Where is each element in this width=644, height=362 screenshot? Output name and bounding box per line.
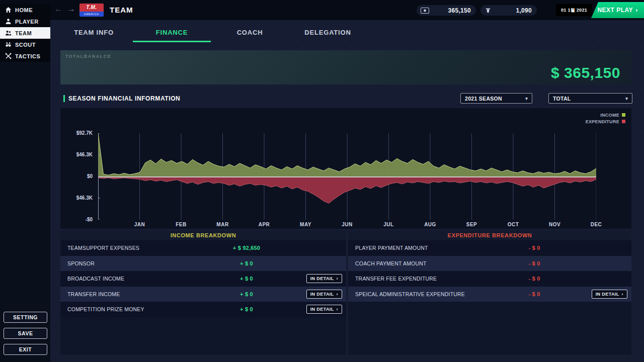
tab-bar: TEAM INFO FINANCE COACH DELEGATION (55, 24, 367, 42)
legend-expenditure-label: EXPENDITURE (586, 119, 619, 124)
x-axis-tick-label: MAR (208, 222, 238, 227)
row-value: + $ 0 (211, 260, 282, 266)
x-axis-tick-label: OCT (498, 222, 528, 227)
chevron-right-icon: › (337, 307, 338, 312)
legend-income: INCOME (586, 112, 625, 118)
row-label: TRANSFER FEE EXPENDITURE (355, 276, 437, 282)
sidebar-item-label: TEAM (15, 30, 32, 36)
home-icon (5, 7, 12, 13)
row-value: + $ 0 (211, 276, 282, 282)
row-value: + $ 0 (211, 306, 282, 312)
y-axis-tick-label: $0 (62, 173, 93, 179)
chart-legend: INCOME EXPENDITURE (586, 112, 625, 125)
chevron-down-icon: ▾ (525, 96, 528, 101)
legend-expenditure-swatch (622, 120, 625, 123)
sidebar-item-label: HOME (15, 7, 33, 13)
in-detail-label: IN DETAIL (310, 292, 334, 297)
money-value: 365,150 (448, 7, 471, 14)
table-row: TRANSFER INCOME + $ 0 IN DETAIL › (60, 287, 346, 302)
tab-coach[interactable]: COACH (211, 24, 289, 42)
sidebar-item-tactics[interactable]: TACTICS (0, 50, 50, 62)
in-detail-label: IN DETAIL (310, 307, 334, 312)
banknote-icon (421, 8, 429, 14)
game-logo: T.M. AMERICA (79, 4, 104, 17)
sidebar-item-home[interactable]: HOME (0, 4, 50, 16)
x-axis-tick-label: APR (249, 222, 279, 227)
content-area: TEAM INFO FINANCE COACH DELEGATION TOTAL… (50, 20, 644, 362)
row-label: SPEICAL ADMINISTRATIVE EXPENDITURE (355, 291, 465, 297)
table-row: TRANSFER FEE EXPENDITURE - $ 0 (348, 271, 631, 287)
row-value: - $ 0 (499, 245, 570, 251)
total-select[interactable]: TOTAL ▾ (548, 93, 632, 104)
row-label: BROADCAST INCOME (67, 276, 124, 282)
chevron-down-icon: ▾ (625, 96, 628, 101)
row-label: PLAYER PAYMENT AMOUNT (355, 245, 428, 251)
table-row: COACH PAYMENT AMOUNT - $ 0 (348, 256, 631, 272)
income-breakdown-title: INCOME BREAKDOWN (60, 230, 346, 240)
row-label: COACH PAYMENT AMOUNT (355, 260, 427, 266)
sidebar: HOME PLAYER TEAM SCOUT TACTICS (0, 4, 50, 62)
chart-y-axis-labels: $92.7K$46.3K$0$46.3K-$0 (62, 133, 95, 220)
tab-finance[interactable]: FINANCE (133, 24, 211, 42)
row-value: - $ 0 (499, 276, 570, 282)
forward-arrow-icon[interactable]: → (67, 5, 75, 14)
season-section-header: SEASON FINANCIAL INFORMATION 2021 SEASON… (60, 93, 631, 104)
season-select-value: 2021 SEASON (465, 96, 502, 102)
next-play-button[interactable]: NEXT PLAY › (591, 2, 644, 18)
gold-value: 1,090 (516, 7, 532, 14)
in-detail-label: IN DETAIL (596, 292, 619, 297)
row-label: TRANSFER INCOME (67, 291, 120, 297)
exit-button[interactable]: EXIT (4, 344, 47, 355)
in-detail-button[interactable]: IN DETAIL › (306, 290, 342, 299)
y-axis-tick-label: $46.3K (62, 152, 93, 157)
goat-currency-icon (485, 8, 492, 14)
sidebar-item-team[interactable]: TEAM (0, 27, 50, 39)
x-axis-tick-label: JAN (125, 222, 155, 227)
y-axis-tick-label: $92.7K (62, 130, 93, 136)
chevron-right-icon: › (622, 292, 623, 297)
row-value: - $ 0 (499, 291, 570, 297)
row-label: TEAMSUPPORT EXPENSES (67, 245, 139, 251)
date-text: 01 1월 2021 (561, 7, 587, 14)
accent-bar (63, 95, 65, 102)
next-play-label: NEXT PLAY (597, 7, 633, 14)
x-axis-tick-label: JUL (374, 222, 404, 227)
scout-binoculars-icon (5, 41, 12, 48)
x-axis-tick-label: SEP (457, 222, 487, 227)
sidebar-item-player[interactable]: PLAYER (0, 16, 50, 27)
save-button[interactable]: SAVE (4, 328, 47, 339)
x-axis-tick-label: FEB (166, 222, 196, 227)
y-axis-tick-label: $46.3K (62, 195, 93, 201)
legend-income-swatch (622, 113, 625, 117)
total-select-value: TOTAL (553, 96, 571, 102)
player-icon (5, 18, 12, 25)
tab-team-info[interactable]: TEAM INFO (55, 24, 133, 42)
row-label: SPONSOR (67, 260, 95, 266)
chart-x-axis-labels: JANFEBMARAPRMAYJUNJULAUGSEPOCTNOVDEC (98, 222, 631, 229)
total-balance-panel: TOTALBANALCE $ 365,150 (60, 50, 631, 84)
sidebar-item-label: SCOUT (15, 42, 36, 48)
money-counter: 365,150 (417, 5, 476, 16)
sidebar-item-scout[interactable]: SCOUT (0, 39, 50, 50)
x-axis-tick-label: DEC (581, 222, 611, 227)
in-detail-button[interactable]: IN DETAIL › (592, 290, 627, 299)
season-select[interactable]: 2021 SEASON ▾ (460, 93, 532, 104)
in-detail-button[interactable]: IN DETAIL › (306, 305, 342, 314)
table-row: BROADCAST INCOME + $ 0 IN DETAIL › (60, 271, 346, 287)
x-axis-tick-label: NOV (540, 222, 570, 227)
page-title: TEAM (110, 6, 133, 14)
in-detail-button[interactable]: IN DETAIL › (306, 274, 342, 283)
tab-delegation[interactable]: DELEGATION (289, 24, 367, 42)
expenditure-breakdown-title: EXPENDITURE BREAKDOWN (348, 230, 631, 240)
setting-button[interactable]: SETTING (4, 312, 47, 323)
chevron-right-icon: › (337, 276, 338, 281)
row-value: - $ 0 (499, 260, 570, 266)
sidebar-item-label: PLAYER (15, 19, 39, 25)
table-row: SPEICAL ADMINISTRATIVE EXPENDITURE - $ 0… (348, 287, 631, 302)
x-axis-tick-label: JUN (332, 222, 362, 227)
back-arrow-icon[interactable]: ← (54, 5, 62, 14)
legend-income-label: INCOME (600, 113, 619, 118)
topbar: ← → T.M. AMERICA TEAM 365,150 1,090 01 1… (0, 0, 644, 20)
balance-value: $ 365,150 (551, 64, 620, 81)
table-row: COMPETITION PRIZE MONEY + $ 0 IN DETAIL … (60, 302, 346, 317)
